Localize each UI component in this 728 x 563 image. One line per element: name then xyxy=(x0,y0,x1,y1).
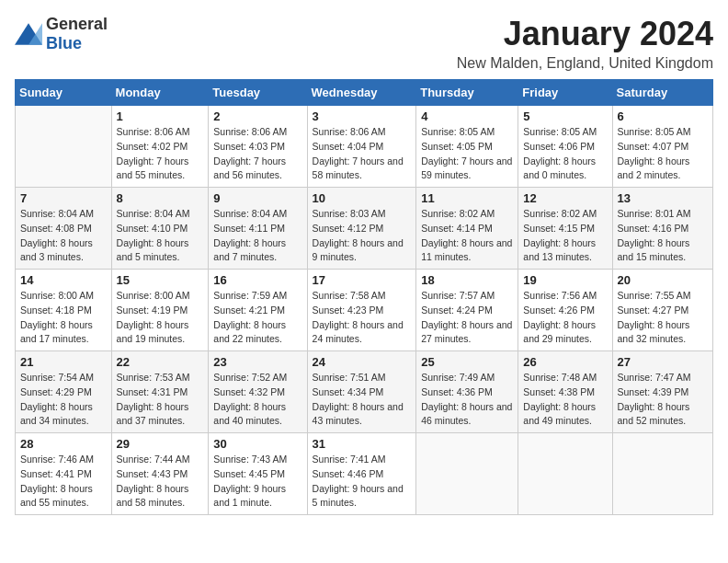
calendar-cell: 25 Sunrise: 7:49 AMSunset: 4:36 PMDaylig… xyxy=(416,351,518,433)
logo-icon xyxy=(15,23,42,45)
calendar-cell: 12 Sunrise: 8:02 AMSunset: 4:15 PMDaylig… xyxy=(518,188,612,270)
page-header: General Blue January 2024 New Malden, En… xyxy=(15,15,713,72)
day-detail: Sunrise: 8:05 AMSunset: 4:06 PMDaylight:… xyxy=(523,126,597,180)
day-detail: Sunrise: 8:00 AMSunset: 4:18 PMDaylight:… xyxy=(20,290,94,344)
day-detail: Sunrise: 8:02 AMSunset: 4:15 PMDaylight:… xyxy=(523,208,597,262)
day-detail: Sunrise: 8:06 AMSunset: 4:03 PMDaylight:… xyxy=(213,126,287,180)
day-detail: Sunrise: 7:46 AMSunset: 4:41 PMDaylight:… xyxy=(20,454,94,508)
day-detail: Sunrise: 8:05 AMSunset: 4:07 PMDaylight:… xyxy=(618,126,691,180)
calendar-cell: 11 Sunrise: 8:02 AMSunset: 4:14 PMDaylig… xyxy=(416,188,518,270)
calendar-cell: 30 Sunrise: 7:43 AMSunset: 4:45 PMDaylig… xyxy=(209,433,307,515)
calendar-week-row: 14 Sunrise: 8:00 AMSunset: 4:18 PMDaylig… xyxy=(16,270,713,351)
day-number: 19 xyxy=(523,273,607,287)
calendar-cell: 28 Sunrise: 7:46 AMSunset: 4:41 PMDaylig… xyxy=(16,433,112,515)
calendar-cell: 8 Sunrise: 8:04 AMSunset: 4:10 PMDayligh… xyxy=(111,188,209,270)
weekday-header-thursday: Thursday xyxy=(416,80,518,106)
calendar-week-row: 7 Sunrise: 8:04 AMSunset: 4:08 PMDayligh… xyxy=(16,188,713,270)
day-number: 10 xyxy=(313,191,412,205)
day-number: 4 xyxy=(421,109,513,123)
calendar-cell: 4 Sunrise: 8:05 AMSunset: 4:05 PMDayligh… xyxy=(416,106,518,188)
calendar-cell: 7 Sunrise: 8:04 AMSunset: 4:08 PMDayligh… xyxy=(16,188,112,270)
page-subtitle: New Malden, England, United Kingdom xyxy=(457,55,713,72)
day-number: 31 xyxy=(313,437,412,451)
calendar-cell: 17 Sunrise: 7:58 AMSunset: 4:23 PMDaylig… xyxy=(307,270,416,351)
day-detail: Sunrise: 7:47 AMSunset: 4:39 PMDaylight:… xyxy=(618,372,691,426)
calendar-cell: 21 Sunrise: 7:54 AMSunset: 4:29 PMDaylig… xyxy=(16,351,112,433)
calendar-cell: 10 Sunrise: 8:03 AMSunset: 4:12 PMDaylig… xyxy=(307,188,416,270)
calendar-cell xyxy=(612,433,712,515)
day-detail: Sunrise: 8:06 AMSunset: 4:04 PMDaylight:… xyxy=(313,126,404,180)
day-number: 7 xyxy=(20,191,107,205)
logo-text: General Blue xyxy=(46,15,108,53)
day-number: 18 xyxy=(421,273,513,287)
calendar-cell: 5 Sunrise: 8:05 AMSunset: 4:06 PMDayligh… xyxy=(518,106,612,188)
day-number: 29 xyxy=(117,437,204,451)
day-number: 6 xyxy=(618,109,708,123)
day-number: 21 xyxy=(20,355,107,369)
day-detail: Sunrise: 8:05 AMSunset: 4:05 PMDaylight:… xyxy=(421,126,512,180)
calendar-cell: 29 Sunrise: 7:44 AMSunset: 4:43 PMDaylig… xyxy=(111,433,209,515)
day-number: 1 xyxy=(117,109,204,123)
day-number: 17 xyxy=(313,273,412,287)
day-number: 20 xyxy=(618,273,708,287)
day-detail: Sunrise: 7:54 AMSunset: 4:29 PMDaylight:… xyxy=(20,372,94,426)
weekday-header-friday: Friday xyxy=(518,80,612,106)
day-number: 23 xyxy=(213,355,301,369)
day-detail: Sunrise: 7:52 AMSunset: 4:32 PMDaylight:… xyxy=(213,372,287,426)
day-number: 26 xyxy=(523,355,607,369)
calendar-cell: 22 Sunrise: 7:53 AMSunset: 4:31 PMDaylig… xyxy=(111,351,209,433)
day-detail: Sunrise: 7:41 AMSunset: 4:46 PMDaylight:… xyxy=(313,454,404,508)
calendar-cell: 1 Sunrise: 8:06 AMSunset: 4:02 PMDayligh… xyxy=(111,106,209,188)
weekday-header-wednesday: Wednesday xyxy=(307,80,416,106)
calendar-table: SundayMondayTuesdayWednesdayThursdayFrid… xyxy=(15,79,713,515)
day-number: 3 xyxy=(313,109,412,123)
day-number: 11 xyxy=(421,191,513,205)
day-detail: Sunrise: 8:04 AMSunset: 4:11 PMDaylight:… xyxy=(213,208,287,262)
day-detail: Sunrise: 7:43 AMSunset: 4:45 PMDaylight:… xyxy=(213,454,287,508)
calendar-cell xyxy=(416,433,518,515)
calendar-week-row: 21 Sunrise: 7:54 AMSunset: 4:29 PMDaylig… xyxy=(16,351,713,433)
calendar-cell xyxy=(518,433,612,515)
day-number: 8 xyxy=(117,191,204,205)
day-number: 13 xyxy=(618,191,708,205)
weekday-header-sunday: Sunday xyxy=(16,80,112,106)
day-detail: Sunrise: 7:56 AMSunset: 4:26 PMDaylight:… xyxy=(523,290,597,344)
calendar-cell: 27 Sunrise: 7:47 AMSunset: 4:39 PMDaylig… xyxy=(612,351,712,433)
calendar-cell: 14 Sunrise: 8:00 AMSunset: 4:18 PMDaylig… xyxy=(16,270,112,351)
day-number: 22 xyxy=(117,355,204,369)
logo-general: General xyxy=(46,15,108,33)
day-detail: Sunrise: 7:59 AMSunset: 4:21 PMDaylight:… xyxy=(213,290,287,344)
title-area: January 2024 New Malden, England, United… xyxy=(457,15,713,72)
calendar-week-row: 1 Sunrise: 8:06 AMSunset: 4:02 PMDayligh… xyxy=(16,106,713,188)
calendar-cell: 31 Sunrise: 7:41 AMSunset: 4:46 PMDaylig… xyxy=(307,433,416,515)
day-detail: Sunrise: 7:55 AMSunset: 4:27 PMDaylight:… xyxy=(618,290,691,344)
day-detail: Sunrise: 8:03 AMSunset: 4:12 PMDaylight:… xyxy=(313,208,404,262)
day-number: 5 xyxy=(523,109,607,123)
day-number: 28 xyxy=(20,437,107,451)
day-detail: Sunrise: 7:53 AMSunset: 4:31 PMDaylight:… xyxy=(117,372,190,426)
logo: General Blue xyxy=(15,15,108,53)
calendar-cell: 6 Sunrise: 8:05 AMSunset: 4:07 PMDayligh… xyxy=(612,106,712,188)
weekday-header-tuesday: Tuesday xyxy=(209,80,307,106)
calendar-cell: 20 Sunrise: 7:55 AMSunset: 4:27 PMDaylig… xyxy=(612,270,712,351)
day-detail: Sunrise: 7:58 AMSunset: 4:23 PMDaylight:… xyxy=(313,290,404,344)
day-number: 24 xyxy=(313,355,412,369)
calendar-week-row: 28 Sunrise: 7:46 AMSunset: 4:41 PMDaylig… xyxy=(16,433,713,515)
day-number: 30 xyxy=(213,437,301,451)
day-detail: Sunrise: 8:04 AMSunset: 4:10 PMDaylight:… xyxy=(117,208,190,262)
calendar-cell xyxy=(16,106,112,188)
calendar-cell: 19 Sunrise: 7:56 AMSunset: 4:26 PMDaylig… xyxy=(518,270,612,351)
calendar-cell: 18 Sunrise: 7:57 AMSunset: 4:24 PMDaylig… xyxy=(416,270,518,351)
day-detail: Sunrise: 7:49 AMSunset: 4:36 PMDaylight:… xyxy=(421,372,512,426)
day-number: 25 xyxy=(421,355,513,369)
calendar-cell: 2 Sunrise: 8:06 AMSunset: 4:03 PMDayligh… xyxy=(209,106,307,188)
calendar-cell: 13 Sunrise: 8:01 AMSunset: 4:16 PMDaylig… xyxy=(612,188,712,270)
day-number: 9 xyxy=(213,191,301,205)
calendar-cell: 26 Sunrise: 7:48 AMSunset: 4:38 PMDaylig… xyxy=(518,351,612,433)
day-detail: Sunrise: 8:04 AMSunset: 4:08 PMDaylight:… xyxy=(20,208,94,262)
day-number: 12 xyxy=(523,191,607,205)
calendar-cell: 23 Sunrise: 7:52 AMSunset: 4:32 PMDaylig… xyxy=(209,351,307,433)
day-number: 2 xyxy=(213,109,301,123)
day-detail: Sunrise: 7:44 AMSunset: 4:43 PMDaylight:… xyxy=(117,454,190,508)
weekday-header-saturday: Saturday xyxy=(612,80,712,106)
